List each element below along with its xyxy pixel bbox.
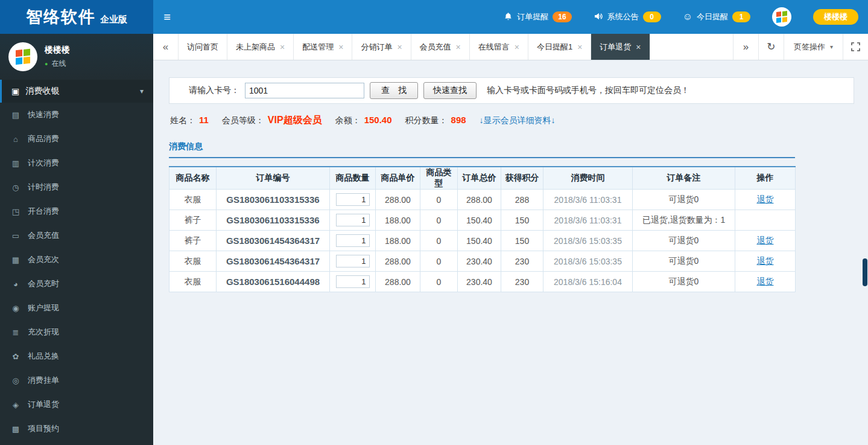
sidebar-menu-item[interactable]: ≣ 充次折现 [0,320,153,344]
order-row: 裤子 GS1803061103315336 188.00 0 150.40 15… [169,210,796,231]
menu-item-label: 项目预约 [28,423,59,434]
column-header: 商品类型 [420,167,458,190]
fullscreen-icon[interactable] [843,34,868,60]
unit-price-cell: 288.00 [376,190,420,210]
card-number-input[interactable] [245,83,364,98]
system-notice-button[interactable]: 系统公告 0 [594,11,661,23]
show-member-detail-link[interactable]: ↓显示会员详细资料↓ [480,115,556,126]
sidebar-menu-item[interactable]: ◉ 账户提现 [0,296,153,320]
menu-item-label: 会员充时 [28,278,59,289]
quantity-input[interactable] [336,255,370,267]
tab[interactable]: 今日提醒1 × [528,34,591,60]
menu-item-label: 礼品兑换 [28,351,59,362]
user-avatar[interactable] [772,7,791,27]
sidebar-menu-item[interactable]: ▭ 会员管理 [0,441,153,445]
sidebar-section-label: 消费收银 [25,86,59,97]
return-goods-link[interactable]: 退货 [757,277,774,286]
menu-item-icon: ▩ [11,424,21,434]
order-number-cell: GS1803061516044498 [217,272,330,292]
order-alerts-button[interactable]: 订单提醒 16 [504,11,571,23]
menu-item-label: 订单退货 [28,399,59,410]
return-goods-link[interactable]: 退货 [757,235,774,245]
sidebar-menu-item[interactable]: ◳ 开台消费 [0,199,153,223]
sidebar-section-cashier[interactable]: ▣ 消费收银 ▾ [0,80,153,103]
main-panel: « 访问首页 × 未上架商品 × 配送管理 × [153,34,868,445]
column-header: 订单备注 [633,167,735,190]
tab[interactable]: 在线留言 × [470,34,528,60]
quantity-cell [330,231,376,251]
order-number-cell: GS1803061454364317 [217,231,330,251]
order-row: 衣服 GS1803061454364317 288.00 0 230.40 23… [169,251,796,272]
member-name-value: 11 [199,115,209,125]
quantity-cell [330,210,376,231]
system-notice-badge: 0 [643,11,661,22]
card-search-panel: 请输入卡号： 查 找 快速查找 输入卡号或卡面号码或手机号，按回车即可定位会员！ [169,77,854,104]
tabs-scroll-left-button[interactable]: « [153,34,179,60]
tab-operations-dropdown[interactable]: 页签操作 ▾ [784,34,843,60]
order-note-cell: 已退货,退货数量为：1 [633,210,735,231]
tab[interactable]: 订单退货 × [591,34,650,60]
speaker-icon [594,11,603,23]
quantity-input[interactable] [336,193,370,206]
quick-find-button[interactable]: 快速查找 [423,82,477,99]
column-header: 订单编号 [217,167,330,190]
tab[interactable]: 配送管理 × [294,34,352,60]
sidebar-menu-item[interactable]: ▭ 会员充值 [0,223,153,248]
quantity-input[interactable] [336,234,370,247]
quantity-cell [330,251,376,272]
unit-price-cell: 288.00 [376,272,420,292]
product-type-cell: 0 [420,190,458,210]
column-header: 订单总价 [458,167,501,190]
return-goods-link[interactable]: 退货 [757,256,774,266]
column-header: 商品单价 [376,167,420,190]
vertical-scrollbar-thumb[interactable] [863,258,867,286]
tab-close-icon[interactable]: × [515,43,519,51]
tabs-scroll-right-button[interactable]: » [733,34,758,60]
product-type-cell: 0 [420,272,458,292]
sidebar-menu-item[interactable]: ▤ 快速消费 [0,103,153,127]
sidebar-toggle-icon[interactable]: ≡ [153,0,181,34]
quantity-input[interactable] [336,214,370,226]
purchase-time-cell: 2018/3/6 11:03:31 [543,210,633,231]
tab[interactable]: 会员充值 × [411,34,470,60]
sidebar-menu-item[interactable]: ▦ 会员充次 [0,248,153,272]
tab-close-icon[interactable]: × [397,43,402,51]
menu-item-icon: ◉ [11,304,21,313]
tab[interactable]: 未上架商品 × [227,34,294,60]
sidebar-menu-item[interactable]: ◷ 计时消费 [0,175,153,199]
app-title: 智络软件 [26,6,96,28]
menu-item-icon: ▭ [11,231,21,240]
current-user-badge[interactable]: 楼楼楼 [813,9,858,25]
product-type-cell: 0 [420,231,458,251]
refresh-icon[interactable]: ↻ [758,34,784,60]
orders-table-header-row: 商品名称 订单编号 商品数量 商品单价 商品类型 订单总价 获得积分 [169,167,796,190]
chevron-down-icon: ▾ [140,87,144,95]
sidebar-menu-item[interactable]: ◎ 消费挂单 [0,368,153,392]
find-button[interactable]: 查 找 [370,82,418,99]
return-goods-link[interactable]: 退货 [757,194,774,204]
tab-close-icon[interactable]: × [456,43,461,51]
order-note-cell: 可退货0 [633,231,735,251]
sidebar-menu-item[interactable]: ✿ 礼品兑换 [0,344,153,368]
member-level-label: 会员等级： [222,115,264,126]
sidebar-menu-item[interactable]: ⌂ 商品消费 [0,127,153,151]
system-notice-label: 系统公告 [607,11,639,22]
tab[interactable]: 访问首页 × [179,34,227,60]
tab-close-icon[interactable]: × [636,43,641,51]
sidebar-menu-item[interactable]: ◈ 订单退货 [0,392,153,417]
sidebar-menu-item[interactable]: ◕ 会员充时 [0,272,153,296]
tab[interactable]: 分销订单 × [352,34,411,60]
tab-close-icon[interactable]: × [338,43,343,51]
menu-item-label: 消费挂单 [28,375,59,386]
card-number-label: 请输入卡号： [189,85,239,96]
sidebar-menu-item[interactable]: ▩ 项目预约 [0,417,153,441]
tab-close-icon[interactable]: × [280,43,285,51]
member-name-label: 姓名： [170,115,195,126]
order-number-cell: GS1803061103315336 [217,190,330,210]
purchase-time-cell: 2018/3/6 11:03:31 [543,190,633,210]
tab-close-icon[interactable]: × [577,43,582,51]
sidebar-menu-item[interactable]: ▥ 计次消费 [0,151,153,175]
quantity-input[interactable] [336,275,370,288]
today-reminder-button[interactable]: ☺ 今日提醒 1 [683,11,750,22]
tab-label: 分销订单 [361,42,392,53]
